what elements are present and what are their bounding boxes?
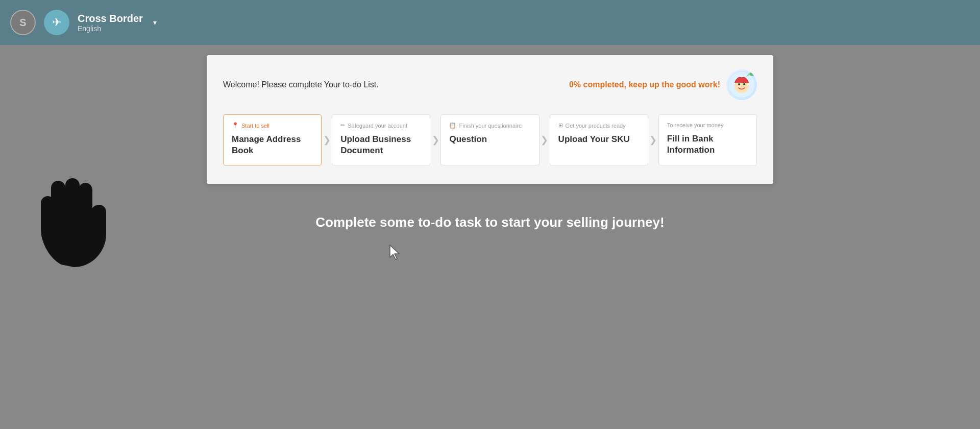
step-2-upload-document[interactable]: ✏ Safeguard your account Upload Business… bbox=[332, 114, 430, 165]
arrow-4: ❯ bbox=[647, 134, 659, 146]
step-4-icon: ⊞ bbox=[558, 122, 563, 129]
welcome-text: Welcome! Please complete Your to-do List… bbox=[223, 80, 379, 89]
step-2-icon: ✏ bbox=[340, 122, 345, 129]
step-5-label: To receive your money bbox=[667, 122, 748, 128]
brand-icon: ✈ bbox=[44, 10, 69, 35]
svg-point-2 bbox=[738, 83, 740, 85]
step-2-label: ✏ Safeguard your account bbox=[340, 122, 422, 129]
card-header: Welcome! Please complete Your to-do List… bbox=[223, 69, 757, 100]
navbar: S ✈ Cross Border English ▾ bbox=[0, 0, 980, 45]
svg-point-6 bbox=[750, 73, 753, 76]
step-3-questionnaire[interactable]: 📋 Finish your questionnaire Question bbox=[440, 114, 539, 165]
brand-language: English bbox=[78, 25, 143, 33]
step-3-label: 📋 Finish your questionnaire bbox=[449, 122, 530, 129]
step-1-label: 📍 Start to sell bbox=[232, 122, 313, 129]
mascot-image bbox=[726, 69, 757, 100]
step-4-label: ⊞ Get your products ready bbox=[558, 122, 640, 129]
avatar-letter: S bbox=[19, 17, 26, 29]
arrow-1: ❯ bbox=[321, 134, 333, 146]
hand-cursor-illustration bbox=[31, 157, 133, 270]
step-1-title: Manage Address Book bbox=[232, 134, 313, 156]
brand-name: Cross Border bbox=[78, 13, 143, 25]
mouse-cursor bbox=[388, 244, 402, 264]
step-5-bank-info[interactable]: To receive your money Fill in Bank Infor… bbox=[658, 114, 757, 165]
progress-text: 0% completed, keep up the good work! bbox=[569, 80, 720, 89]
step-4-upload-sku[interactable]: ⊞ Get your products ready Upload Your SK… bbox=[550, 114, 648, 165]
step-5-title: Fill in Bank Information bbox=[667, 133, 748, 156]
step-3-icon: 📋 bbox=[449, 122, 456, 129]
dropdown-arrow-icon[interactable]: ▾ bbox=[153, 18, 157, 27]
todo-card: Welcome! Please complete Your to-do List… bbox=[207, 55, 773, 184]
svg-point-3 bbox=[743, 83, 745, 85]
brand-text-group: Cross Border English bbox=[78, 13, 143, 33]
arrow-3: ❯ bbox=[538, 134, 551, 146]
step-2-title: Upload Business Document bbox=[340, 134, 422, 156]
step-1-manage-address[interactable]: 📍 Start to sell Manage Address Book bbox=[223, 114, 322, 165]
progress-area: 0% completed, keep up the good work! bbox=[569, 69, 757, 100]
user-avatar[interactable]: S bbox=[10, 10, 36, 35]
main-content: Welcome! Please complete Your to-do List… bbox=[0, 45, 980, 429]
bottom-cta-text: Complete some to-do task to start your s… bbox=[315, 214, 664, 230]
arrow-2: ❯ bbox=[429, 134, 442, 146]
step-4-title: Upload Your SKU bbox=[558, 134, 640, 145]
plane-icon: ✈ bbox=[52, 16, 61, 29]
step-3-title: Question bbox=[449, 134, 530, 145]
steps-row: 📍 Start to sell Manage Address Book ❯ ✏ … bbox=[223, 114, 757, 165]
step-1-icon: 📍 bbox=[232, 122, 239, 129]
